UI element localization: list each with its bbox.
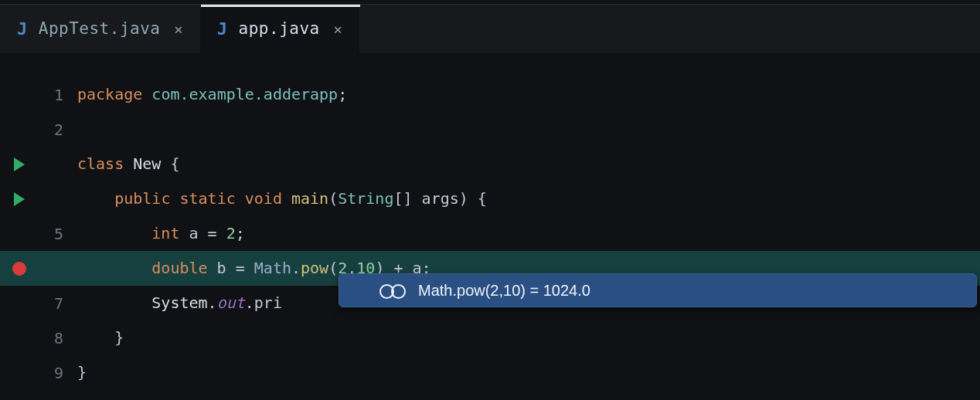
run-icon[interactable] — [14, 192, 25, 206]
code-line[interactable]: class New { — [0, 147, 980, 181]
punct: { — [170, 154, 179, 173]
punct: . — [291, 259, 301, 277]
method-call: pow — [301, 259, 328, 277]
debug-value-tooltip[interactable]: Math.pow(2,10) = 1024.0 — [339, 273, 977, 307]
close-icon[interactable]: ✕ — [331, 21, 345, 37]
keyword: static — [179, 189, 235, 208]
field-ref: out — [217, 293, 245, 312]
code-line[interactable]: 2 — [0, 112, 980, 147]
punct: ( — [328, 259, 338, 277]
punct: ; — [338, 85, 347, 103]
package-name: com.example.adderapp — [151, 85, 338, 103]
line-number: 5 — [39, 225, 63, 243]
keyword: class — [77, 154, 124, 173]
glasses-icon — [379, 284, 406, 297]
number-literal: 2 — [226, 224, 236, 242]
keyword: double — [151, 259, 207, 277]
java-file-icon: J — [17, 19, 28, 39]
param: args — [422, 189, 459, 208]
keyword: void — [245, 189, 282, 208]
close-icon[interactable]: ✕ — [171, 21, 185, 37]
run-icon[interactable] — [14, 158, 25, 171]
code-editor[interactable]: 1 package com.example.adderapp; 2 class … — [0, 53, 980, 390]
code-line[interactable]: 8 } — [0, 320, 980, 355]
keyword: public — [114, 189, 170, 208]
class-ref: System — [151, 293, 207, 312]
java-file-icon: J — [217, 19, 228, 39]
punct: ( — [328, 189, 338, 208]
code-line[interactable]: 9 } — [0, 355, 980, 390]
editor-tab-bar: J AppTest.java ✕ J app.java ✕ — [0, 5, 980, 53]
active-tab-indicator — [201, 5, 360, 7]
tab-app[interactable]: J app.java ✕ — [200, 5, 359, 53]
punct: [] — [393, 189, 412, 208]
punct: } — [114, 328, 124, 347]
breakpoint-icon[interactable] — [12, 262, 26, 276]
punct: ; — [236, 224, 245, 242]
punct: } — [77, 363, 87, 381]
line-number: 2 — [39, 120, 63, 139]
tab-label: app.java — [239, 19, 320, 38]
method-name: main — [291, 189, 328, 208]
tab-label: AppTest.java — [39, 19, 161, 38]
code-text: a = — [179, 224, 226, 242]
punct: . — [208, 293, 217, 312]
keyword: package — [77, 85, 142, 103]
debug-value-text: Math.pow(2,10) = 1024.0 — [418, 282, 590, 300]
code-text: pri — [254, 293, 282, 312]
class-name: New — [133, 154, 161, 173]
line-number: 9 — [39, 364, 63, 382]
line-number: 7 — [39, 294, 63, 313]
tab-apptest[interactable]: J AppTest.java ✕ — [0, 5, 200, 53]
code-line[interactable]: 5 int a = 2; — [0, 216, 980, 251]
code-line[interactable]: 1 package com.example.adderapp; — [0, 77, 980, 112]
line-number: 1 — [39, 86, 63, 104]
punct: ) { — [459, 189, 487, 208]
class-ref: Math — [254, 259, 291, 277]
line-number: 8 — [39, 329, 63, 347]
code-line[interactable]: public static void main(String[] args) { — [0, 181, 980, 216]
keyword: int — [151, 224, 179, 242]
code-text: b = — [208, 259, 254, 277]
punct: . — [245, 293, 254, 312]
type: String — [338, 189, 393, 208]
